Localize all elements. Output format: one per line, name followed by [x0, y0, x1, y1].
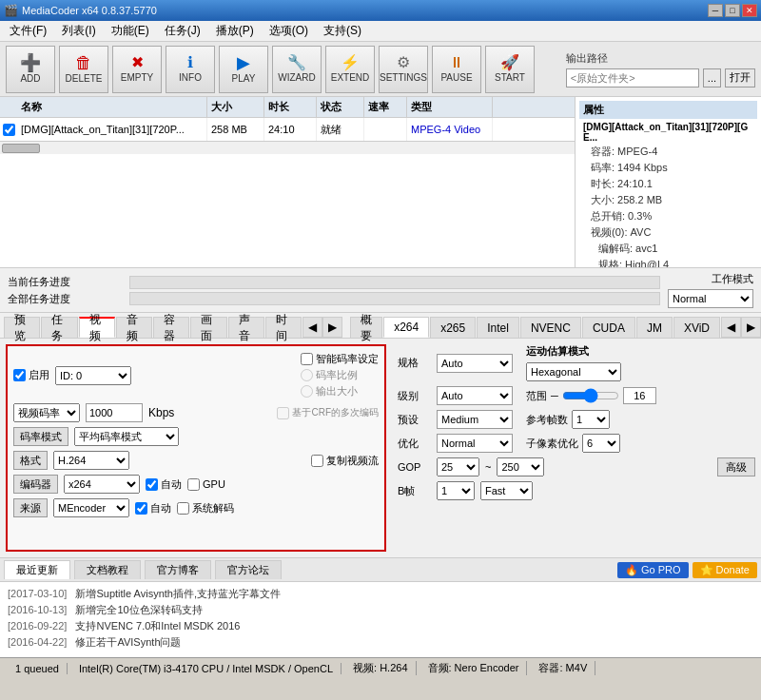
tab-x264[interactable]: x264 [383, 317, 429, 338]
tab-nvenc[interactable]: NVENC [520, 317, 581, 338]
maximize-button[interactable]: □ [725, 4, 740, 17]
gop-value1-select[interactable]: 25 [437, 457, 479, 476]
menu-file[interactable]: 文件(F) [2, 21, 54, 41]
bitrate-ratio-radio [301, 369, 313, 381]
format-button[interactable]: 格式 [13, 451, 48, 470]
operation-mode-group: 运动估算模式 Hexagonal [526, 344, 621, 381]
tab-jm[interactable]: JM [636, 317, 673, 338]
wizard-button[interactable]: 🔧 WIZARD [272, 46, 322, 93]
add-button[interactable]: ➕ ADD [6, 46, 55, 93]
tab-right-arrow[interactable]: ▶ [322, 317, 342, 338]
minimize-button[interactable]: ─ [708, 4, 723, 17]
empty-button[interactable]: ✖ EMPTY [112, 46, 162, 93]
source-button[interactable]: 来源 [13, 498, 48, 517]
browse-button[interactable]: ... [703, 68, 721, 88]
spec-select[interactable]: Auto [437, 354, 513, 373]
tab-preview[interactable]: 预览 [4, 317, 40, 338]
sub-tab-left-arrow[interactable]: ◀ [721, 317, 741, 338]
wizard-icon: 🔧 [287, 55, 306, 70]
enable-checkbox[interactable] [13, 369, 26, 381]
hscroll[interactable] [0, 141, 575, 154]
settings-button[interactable]: ⚙ SETTINGS [379, 46, 428, 93]
crf-label[interactable]: 基于CRF的多次编码 [277, 406, 379, 419]
auto-decode-checkbox[interactable] [135, 502, 147, 515]
gpu-checkbox[interactable] [187, 478, 200, 491]
table-row[interactable]: [DMG][Attack_on_Titan][31][720P... 258 M… [0, 118, 575, 141]
tab-x265[interactable]: x265 [430, 317, 476, 338]
output-size-label[interactable]: 输出大小 [301, 384, 379, 399]
copy-stream-label[interactable]: 复制视频流 [311, 454, 379, 468]
smart-bitrate-checkbox[interactable] [301, 353, 313, 365]
menu-task[interactable]: 任务(J) [157, 21, 208, 41]
id-select[interactable]: ID: 0 [55, 366, 131, 385]
wizard-label: WIZARD [278, 72, 315, 83]
donate-button[interactable]: ⭐ Donate [693, 562, 757, 578]
video-rate-input[interactable] [86, 403, 143, 422]
tab-container[interactable]: 容器 [153, 317, 189, 338]
tab-left-arrow[interactable]: ◀ [302, 317, 322, 338]
go-pro-button[interactable]: 🔥 Go PRO [617, 562, 689, 578]
info-button[interactable]: ℹ INFO [166, 46, 215, 93]
encoder-button[interactable]: 编码器 [13, 475, 58, 494]
system-decode-checkbox[interactable] [177, 502, 189, 515]
start-button[interactable]: 🚀 START [485, 46, 535, 93]
tab-picture[interactable]: 画面 [190, 317, 226, 338]
menu-list[interactable]: 列表(I) [54, 21, 103, 41]
tab-cuda[interactable]: CUDA [582, 317, 635, 338]
rate-type-select[interactable]: 视频码率 [13, 403, 80, 422]
tab-recent-updates[interactable]: 最近更新 [4, 560, 70, 579]
gop-value2-select[interactable]: 250 [497, 457, 544, 476]
advanced-button[interactable]: 高级 [717, 457, 755, 476]
format-select[interactable]: H.264 [53, 451, 129, 470]
menu-options[interactable]: 选项(O) [262, 21, 316, 41]
range-value-input[interactable] [623, 387, 656, 404]
output-path-input[interactable] [566, 68, 699, 88]
file-list-header: 名称 大小 时长 状态 速率 类型 [0, 97, 575, 118]
ref-frames-select[interactable]: 1 [572, 410, 610, 429]
range-slider[interactable] [562, 388, 619, 403]
system-decode-label[interactable]: 系统解码 [177, 501, 234, 515]
pause-button[interactable]: ⏸ PAUSE [432, 46, 481, 93]
enable-label[interactable]: 启用 [13, 368, 49, 382]
play-button[interactable]: ▶ PLAY [219, 46, 268, 93]
tab-video[interactable]: 视频 [79, 317, 115, 338]
bitrate-mode-select[interactable]: 平均码率模式 [74, 427, 179, 446]
extend-button[interactable]: ⚡ EXTEND [325, 46, 375, 93]
gpu-label[interactable]: GPU [187, 478, 225, 491]
auto-gpu-label[interactable]: 自动 [146, 477, 182, 492]
menu-function[interactable]: 功能(E) [104, 21, 157, 41]
bframe-mode-select[interactable]: Fast [480, 481, 533, 500]
tab-intel[interactable]: Intel [477, 317, 519, 338]
tab-task[interactable]: 任务 [41, 317, 77, 338]
menu-support[interactable]: 支持(S) [316, 21, 369, 41]
tab-sound[interactable]: 声音 [228, 317, 264, 338]
tab-forum[interactable]: 官方论坛 [215, 560, 282, 579]
auto-gpu-checkbox[interactable] [146, 478, 158, 491]
copy-stream-checkbox[interactable] [311, 455, 323, 467]
level-select[interactable]: Auto [437, 386, 513, 405]
operation-mode-select[interactable]: Hexagonal [526, 362, 621, 381]
optimize-select[interactable]: Normal [437, 434, 513, 453]
delete-button[interactable]: 🗑 DELETE [59, 46, 108, 93]
auto-decode-label[interactable]: 自动 [135, 501, 171, 515]
smart-bitrate-label[interactable]: 智能码率设定 [301, 352, 379, 366]
preset-select[interactable]: Medium Fast Slow [437, 410, 513, 429]
bitrate-mode-button[interactable]: 码率模式 [13, 427, 68, 446]
bframe-count-select[interactable]: 1 [437, 481, 475, 500]
file-checkbox[interactable] [3, 124, 15, 136]
tab-xvid[interactable]: XViD [673, 317, 720, 338]
source-select[interactable]: MEncoder [53, 498, 129, 517]
sub-tab-right-arrow[interactable]: ▶ [741, 317, 761, 338]
close-button[interactable]: ✕ [742, 4, 757, 17]
work-mode-select[interactable]: Normal Fast Slow [668, 289, 753, 308]
menu-play[interactable]: 播放(P) [208, 21, 262, 41]
tab-blog[interactable]: 官方博客 [145, 560, 211, 579]
tab-time[interactable]: 时间 [265, 317, 302, 338]
tab-audio[interactable]: 音频 [116, 317, 152, 338]
open-button[interactable]: 打开 [725, 68, 755, 88]
encoder-select[interactable]: x264 [64, 475, 140, 494]
tab-summary[interactable]: 概要 [350, 317, 382, 338]
bitrate-ratio-label[interactable]: 码率比例 [301, 368, 379, 382]
subpixel-select[interactable]: 6 [582, 434, 620, 453]
tab-docs[interactable]: 文档教程 [74, 560, 141, 579]
